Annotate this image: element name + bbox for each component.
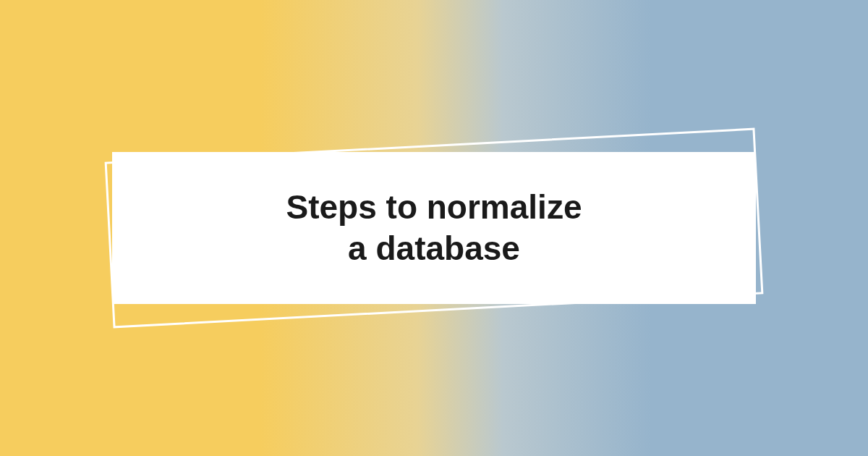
page-title: Steps to normalize a database [286,187,582,270]
title-line-2: a database [348,229,520,267]
title-card: Steps to normalize a database [112,152,756,304]
title-line-1: Steps to normalize [286,188,582,226]
title-card-wrapper: Steps to normalize a database [109,145,760,311]
